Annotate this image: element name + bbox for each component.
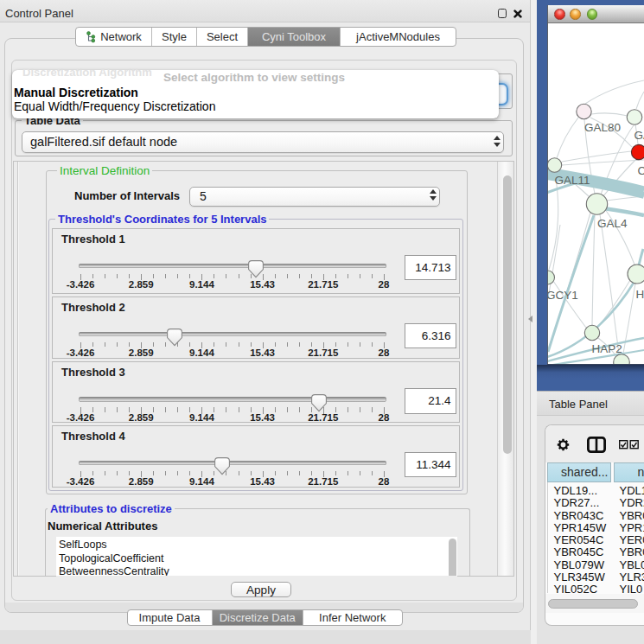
svg-text:GA: GA xyxy=(634,129,644,142)
svg-text:CY: CY xyxy=(638,164,644,177)
svg-text:H: H xyxy=(636,288,644,301)
svg-text:GAL11: GAL11 xyxy=(555,174,590,187)
svg-text:HAP2: HAP2 xyxy=(592,342,622,355)
svg-text:GAL80: GAL80 xyxy=(584,121,621,134)
svg-text:GAL4: GAL4 xyxy=(597,217,628,230)
svg-text:GCY1: GCY1 xyxy=(548,289,578,302)
